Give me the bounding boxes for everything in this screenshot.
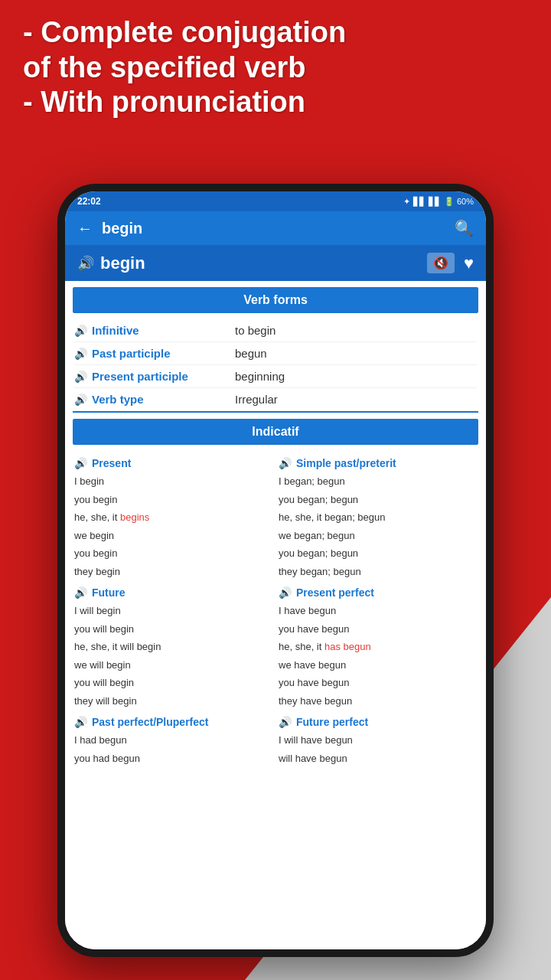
future-3s: he, she, it will begin	[74, 638, 272, 656]
sound-infinitive-icon[interactable]: 🔊	[74, 325, 87, 337]
pastperf-1s: I had begun	[74, 731, 272, 750]
simplepast-2s: you began; begun	[279, 491, 477, 509]
presperf-3s: he, she, it has begun	[279, 638, 477, 656]
sound-simplepast-icon[interactable]: 🔊	[279, 457, 292, 469]
word-header: 🔊 begin 🔇 ♥	[65, 245, 486, 281]
word-with-sound: 🔊 begin	[77, 253, 145, 273]
presperf-2p: you have begun	[279, 674, 477, 692]
futperf-1s: I will have begun	[279, 731, 477, 750]
verb-forms-header: Verb forms	[73, 287, 478, 313]
presperf-1p: we have begun	[279, 656, 477, 675]
mute-button[interactable]: 🔇	[427, 253, 455, 273]
app-bar-title: begin	[102, 220, 445, 237]
past-participle-value: begun	[235, 347, 267, 360]
future-1s: I will begin	[74, 602, 272, 620]
present-3p: they begin	[74, 563, 272, 581]
sound-presperf-icon[interactable]: 🔊	[279, 586, 292, 599]
has-begun-highlight: has begun	[324, 641, 371, 652]
promo-line3: - With pronunciation	[23, 85, 528, 120]
presperf-2s: you have begun	[279, 620, 477, 639]
present-perfect-header: 🔊 Present perfect	[279, 580, 477, 602]
verb-type-row: 🔊 Verb type Irregular	[74, 388, 477, 411]
promo-line2: of the specified verb	[23, 51, 528, 86]
simplepast-1p: we began; begun	[279, 527, 477, 545]
past-participle-row: 🔊 Past participle begun	[74, 342, 477, 365]
indicatif-header: Indicatif	[73, 419, 478, 445]
status-icons: ✦ ▋▋ ▋▋ 🔋 60%	[403, 197, 474, 207]
present-1p: we begin	[74, 527, 272, 545]
future-2s: you will begin	[74, 620, 272, 639]
present-1s: I begin	[74, 472, 272, 491]
simple-past-col: 🔊 Simple past/preterit I began; begun yo…	[276, 451, 480, 580]
future-1p: we will begin	[74, 656, 272, 675]
present-2p: you begin	[74, 544, 272, 563]
simple-past-header: 🔊 Simple past/preterit	[279, 451, 477, 472]
verb-type-label: 🔊 Verb type	[74, 393, 235, 406]
signal2-icon: ▋▋	[429, 197, 441, 207]
sound-future-icon[interactable]: 🔊	[74, 586, 87, 599]
signal-icon: ▋▋	[413, 197, 425, 207]
past-perfect-col: 🔊 Past perfect/Pluperfect I had begun yo…	[71, 710, 276, 767]
battery-icon: 🔋 60%	[444, 197, 474, 207]
verb-forms-table: 🔊 Infinitive to begin 🔊 Past participle …	[65, 319, 486, 411]
conjugation-grid: 🔊 Present I begin you begin he, she, it …	[65, 451, 486, 767]
pastperf-2s: you had begun	[74, 750, 272, 768]
infinitive-row: 🔊 Infinitive to begin	[74, 319, 477, 342]
presperf-3p: they have begun	[279, 692, 477, 710]
sound-pp-icon[interactable]: 🔊	[74, 348, 87, 360]
favorite-button[interactable]: ♥	[464, 253, 474, 273]
simplepast-1s: I began; begun	[279, 472, 477, 491]
sound-icon[interactable]: 🔊	[77, 255, 94, 272]
simplepast-2p: you began; begun	[279, 544, 477, 563]
future-perfect-header: 🔊 Future perfect	[279, 710, 477, 731]
promo-line1: - Complete conjugation	[23, 15, 528, 51]
presperf-1s: I have begun	[279, 602, 477, 620]
phone-frame: 22:02 ✦ ▋▋ ▋▋ 🔋 60% ← begin 🔍 🔊 begin 🔇 …	[57, 184, 494, 957]
sound-present-icon[interactable]: 🔊	[74, 457, 87, 469]
promo-header: - Complete conjugation of the specified …	[23, 15, 528, 120]
sound-pastperf-icon[interactable]: 🔊	[74, 716, 87, 728]
verb-type-value: Irregular	[235, 393, 278, 406]
present-participle-value: beginning	[235, 370, 285, 383]
content-scroll[interactable]: Verb forms 🔊 Infinitive to begin 🔊 Past …	[65, 281, 486, 949]
present-header: 🔊 Present	[74, 451, 272, 472]
present-perfect-col: 🔊 Present perfect I have begun you have …	[276, 580, 480, 710]
simplepast-3p: they began; begun	[279, 563, 477, 581]
word-actions: 🔇 ♥	[427, 253, 474, 273]
present-3s: he, she, it begins	[74, 508, 272, 527]
present-col: 🔊 Present I begin you begin he, she, it …	[71, 451, 276, 580]
sound-vt-icon[interactable]: 🔊	[74, 394, 87, 406]
app-bar: ← begin 🔍	[65, 211, 486, 245]
futperf-2s: will have begun	[279, 750, 477, 768]
begins-highlight: begins	[120, 511, 149, 523]
present-2s: you begin	[74, 491, 272, 509]
infinitive-label: 🔊 Infinitive	[74, 324, 235, 337]
phone-screen: 22:02 ✦ ▋▋ ▋▋ 🔋 60% ← begin 🔍 🔊 begin 🔇 …	[65, 191, 486, 949]
future-header: 🔊 Future	[74, 580, 272, 602]
future-col: 🔊 Future I will begin you will begin he,…	[71, 580, 276, 710]
simplepast-3s: he, she, it began; begun	[279, 508, 477, 527]
future-3p: they will begin	[74, 692, 272, 710]
bluetooth-icon: ✦	[403, 197, 410, 207]
back-button[interactable]: ←	[77, 220, 93, 237]
bottom-spacer	[65, 767, 486, 782]
future-perfect-col: 🔊 Future perfect I will have begun will …	[276, 710, 480, 767]
present-participle-label: 🔊 Present participle	[74, 370, 235, 383]
present-participle-row: 🔊 Present participle beginning	[74, 365, 477, 388]
infinitive-value: to begin	[235, 324, 276, 337]
past-participle-label: 🔊 Past participle	[74, 347, 235, 360]
sound-prp-icon[interactable]: 🔊	[74, 371, 87, 383]
status-bar: 22:02 ✦ ▋▋ ▋▋ 🔋 60%	[65, 191, 486, 211]
past-perfect-header: 🔊 Past perfect/Pluperfect	[74, 710, 272, 731]
section-divider	[73, 411, 478, 413]
search-button[interactable]: 🔍	[455, 219, 474, 237]
status-time: 22:02	[77, 196, 101, 207]
future-2p: you will begin	[74, 674, 272, 692]
sound-futperf-icon[interactable]: 🔊	[279, 716, 292, 728]
word-title: begin	[100, 253, 145, 273]
